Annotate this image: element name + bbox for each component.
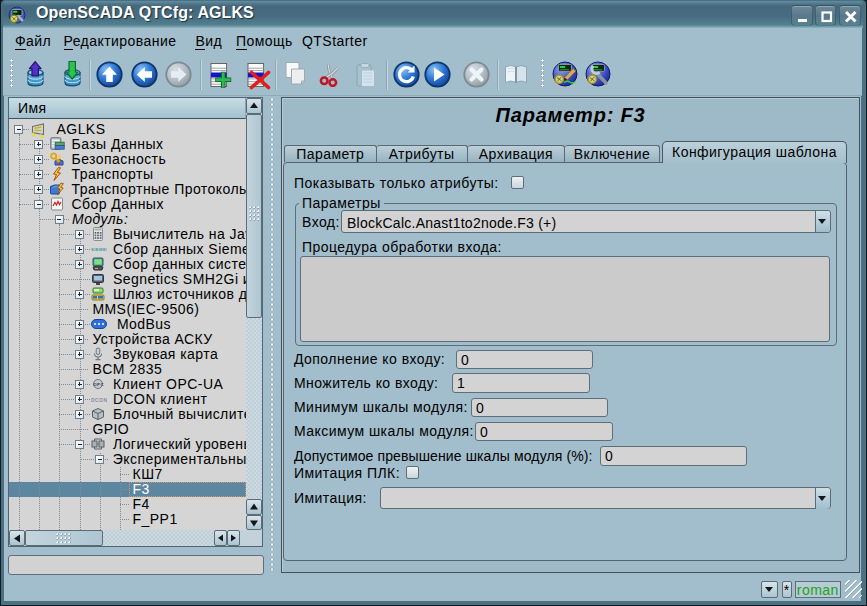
- svg-text:SIEMENS: SIEMENS: [91, 247, 107, 252]
- svg-text:OPC: OPC: [93, 382, 104, 387]
- svg-text:DCON: DCON: [91, 397, 107, 403]
